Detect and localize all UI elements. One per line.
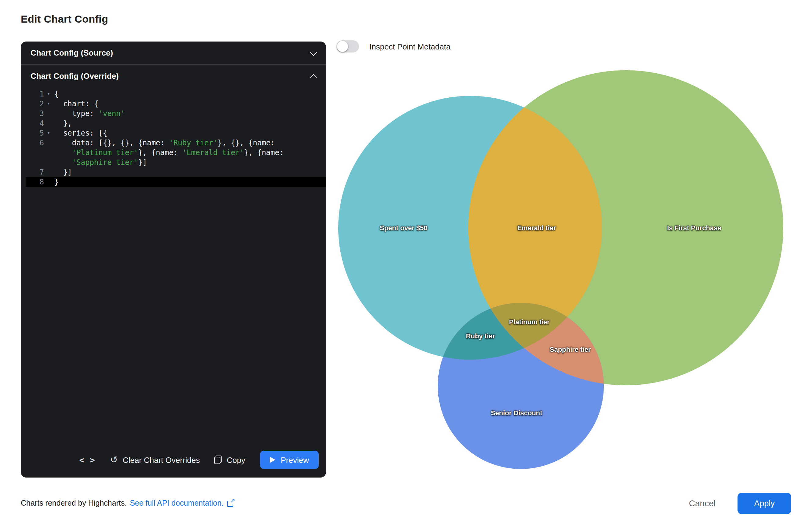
cancel-button[interactable]: Cancel	[685, 498, 719, 509]
edit-chart-config-dialog: Edit Chart Config Chart Config (Source) …	[0, 0, 812, 527]
api-docs-link[interactable]: See full API documentation.	[130, 499, 234, 508]
external-link-icon	[228, 499, 235, 507]
venn-diagram[interactable]	[0, 0, 812, 527]
apply-button[interactable]: Apply	[738, 493, 791, 514]
footer: Charts rendered by Highcharts. See full …	[21, 492, 791, 515]
highcharts-credit: Charts rendered by Highcharts.	[21, 499, 127, 508]
api-docs-link-label: See full API documentation.	[130, 499, 223, 508]
